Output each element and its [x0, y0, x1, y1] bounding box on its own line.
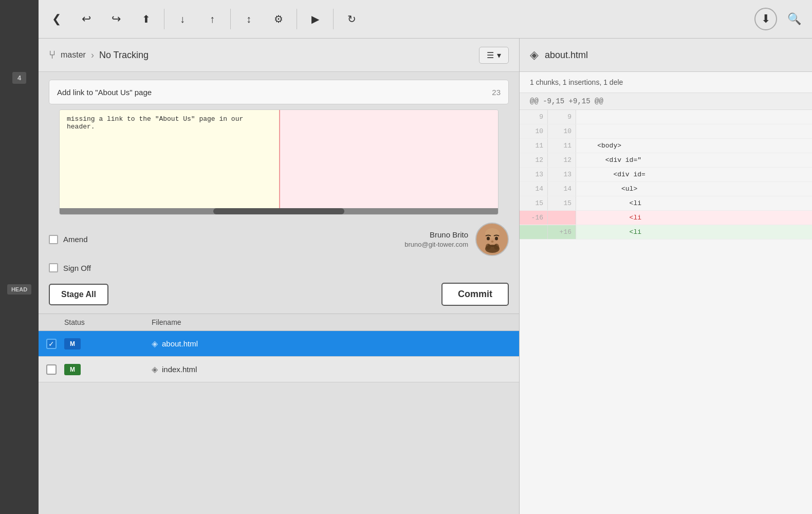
search-button[interactable]: 🔍 — [781, 5, 807, 33]
diff-lines: 9 9 10 10 11 11 <body> 12 12 <div id=" — [520, 110, 812, 514]
file-status-badge: M — [64, 338, 81, 350]
file-unchecked-icon[interactable] — [46, 364, 57, 375]
file-status-badge: M — [64, 364, 81, 375]
svg-point-2 — [487, 236, 490, 240]
file-checkbox-area[interactable]: ✓ — [39, 339, 64, 349]
diff-new-line-num: 14 — [548, 182, 576, 196]
commit-area: Add link to "About Us" page 23 missing a… — [39, 72, 519, 220]
diff-line-content: <div id= — [576, 168, 812, 181]
amend-option-row: Amend Bruno Brito bruno@git-tower.com — [49, 223, 509, 256]
diff-new-line-num: 13 — [548, 168, 576, 181]
diff-line-content: <li — [576, 211, 812, 225]
branch-header: ⑂ master › No Tracking ☰ ▾ — [39, 39, 519, 72]
search-icon: 🔍 — [787, 12, 801, 26]
terminal-icon: ▶ — [311, 13, 319, 25]
diff-line: 15 15 <li — [520, 196, 812, 211]
diff-new-line-num — [548, 211, 576, 225]
file-checked-icon[interactable]: ✓ — [46, 339, 57, 349]
redo-button[interactable]: ↪ — [103, 5, 129, 33]
diff-old-line-num: 11 — [520, 139, 548, 153]
toolbar-separator-2 — [230, 9, 231, 29]
diff-old-line-num: 13 — [520, 168, 548, 181]
diff-old-line-num: 14 — [520, 182, 548, 196]
commit-message-bar[interactable]: Add link to "About Us" page 23 — [49, 80, 509, 104]
amend-label: Amend — [63, 235, 88, 244]
table-row[interactable]: M ◈ index.html — [39, 357, 519, 382]
diff-new-line-num: +16 — [548, 225, 576, 239]
filter-button[interactable]: ⚙ — [266, 5, 291, 33]
sign-off-checkbox[interactable] — [49, 263, 58, 272]
redo-icon: ↪ — [112, 12, 121, 26]
diff-scrollbar-thumb[interactable] — [213, 208, 345, 214]
branch-menu-button[interactable]: ☰ ▾ — [479, 47, 509, 64]
undo-button[interactable]: ↩ — [73, 5, 99, 33]
diff-summary: 1 chunks, 1 insertions, 1 dele — [520, 72, 812, 93]
diff-line-content: <ul> — [576, 182, 812, 196]
svg-point-6 — [486, 244, 491, 250]
author-name: Bruno Brito — [430, 230, 468, 239]
table-row[interactable]: ✓ M ◈ about.html — [39, 331, 519, 357]
branch-separator: › — [91, 50, 94, 61]
terminal-button[interactable]: ▶ — [302, 5, 328, 33]
sign-off-label: Sign Off — [63, 264, 91, 272]
branch-name: master — [61, 50, 86, 60]
avatar-image — [477, 224, 508, 255]
pull-icon: ↓ — [180, 13, 185, 25]
push-button[interactable]: ↑ — [199, 5, 225, 33]
diff-new-line-num: 11 — [548, 139, 576, 153]
diff-filename: about.html — [545, 50, 588, 61]
diff-right-panel — [279, 110, 499, 208]
diff-line: 14 14 <ul> — [520, 182, 812, 196]
diff-old-line-num: 10 — [520, 124, 548, 138]
toolbar-separator-1 — [164, 9, 164, 29]
author-info: Bruno Brito bruno@git-tower.com — [404, 230, 468, 248]
diff-new-line-num: 10 — [548, 124, 576, 138]
toolbar-right: ⬇ 🔍 — [754, 5, 807, 33]
undo-icon: ↩ — [82, 12, 91, 26]
download-icon: ⬇ — [761, 12, 770, 26]
diff-scrollbar[interactable] — [60, 208, 498, 214]
download-button[interactable]: ⬇ — [754, 8, 777, 30]
commit-button[interactable]: Commit — [441, 283, 509, 306]
svg-point-7 — [494, 244, 499, 250]
refresh-button[interactable]: ↻ — [339, 5, 364, 33]
svg-point-4 — [491, 241, 493, 243]
diff-line: 13 13 <div id= — [520, 168, 812, 182]
left-panel: ⑂ master › No Tracking ☰ ▾ Add link to "… — [39, 39, 519, 514]
diff-line: 10 10 — [520, 124, 812, 139]
stage-all-button[interactable]: Stage All — [49, 284, 108, 305]
menu-arrow-icon: ▾ — [497, 50, 501, 60]
diff-line-content: <li — [576, 225, 812, 239]
main-content: ⑂ master › No Tracking ☰ ▾ Add link to "… — [39, 39, 812, 514]
diff-new-line-num: 15 — [548, 196, 576, 210]
status-column-header: Status — [39, 318, 152, 326]
author-email: bruno@git-tower.com — [404, 241, 468, 248]
file-type-icon: ◈ — [152, 339, 158, 348]
stage-button[interactable]: ⬆ — [133, 5, 159, 33]
diff-content: missing a link to the "About Us" page in… — [60, 110, 498, 208]
back-button[interactable]: ❮ — [44, 5, 69, 33]
diff-viewer-header: ◈ about.html — [520, 39, 812, 72]
push-icon: ↑ — [210, 13, 215, 25]
toolbar-separator-4 — [333, 9, 334, 29]
diff-left-text: missing a link to the "About Us" page in… — [67, 115, 243, 131]
branch-icon: ⑂ — [49, 48, 56, 62]
file-checkbox-area[interactable] — [39, 364, 64, 375]
refresh-icon: ↻ — [347, 13, 356, 25]
diff-old-line-num: 15 — [520, 196, 548, 210]
sidebar-head-label[interactable]: HEAD — [7, 284, 31, 295]
branch-tracking: No Tracking — [99, 50, 149, 61]
options-area: Amend Bruno Brito bruno@git-tower.com — [39, 220, 519, 275]
file-status-column: M — [64, 364, 152, 375]
file-name: about.html — [162, 339, 198, 348]
file-type-icon: ◈ — [152, 364, 158, 374]
commit-message-text: Add link to "About Us" page — [57, 88, 492, 97]
diff-old-line-num: 9 — [520, 110, 548, 124]
sidebar-badge-4[interactable]: 4 — [12, 72, 26, 84]
diff-area: missing a link to the "About Us" page in… — [59, 109, 499, 215]
pull-button[interactable]: ↓ — [170, 5, 195, 33]
fetch-button[interactable]: ↕ — [236, 5, 262, 33]
amend-checkbox[interactable] — [49, 235, 58, 244]
author-area: Bruno Brito bruno@git-tower.com — [404, 223, 509, 256]
diff-line-content — [576, 124, 812, 138]
